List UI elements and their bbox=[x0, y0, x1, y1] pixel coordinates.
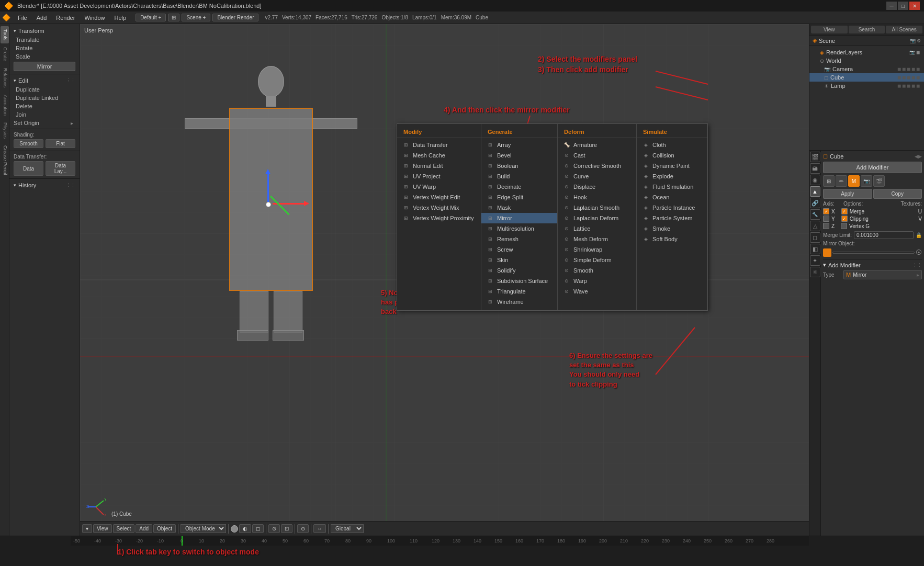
modifier-mesh-deform[interactable]: ⊙ Mesh Deform bbox=[558, 234, 636, 244]
translate-button[interactable]: Translate bbox=[9, 36, 80, 44]
add-modifier-button[interactable]: Add Modifier bbox=[823, 162, 922, 173]
orientation-selector[interactable]: Global Local Normal bbox=[331, 524, 364, 533]
modifier-soft-body[interactable]: ◈ Soft Body bbox=[637, 234, 707, 244]
merge-checkbox[interactable] bbox=[841, 208, 848, 214]
modifier-armature[interactable]: 🦴 Armature bbox=[558, 140, 636, 150]
modifier-solidify[interactable]: ⊞ Solidify bbox=[481, 265, 557, 276]
modifier-smoke[interactable]: ◈ Smoke bbox=[637, 223, 707, 234]
viewport-render-half[interactable]: ◐ bbox=[239, 524, 251, 533]
scale-button[interactable]: Scale bbox=[9, 52, 80, 61]
modifier-build[interactable]: ⊞ Build bbox=[481, 171, 557, 182]
prop-tab-physics[interactable]: ⚛ bbox=[810, 267, 820, 277]
modifier-shrinkwrap[interactable]: ⊙ Shrinkwrap bbox=[558, 244, 636, 255]
view-button[interactable]: View bbox=[93, 524, 112, 533]
menu-add[interactable]: Add bbox=[32, 14, 51, 22]
menu-help[interactable]: Help bbox=[110, 14, 131, 22]
prop-tab-render[interactable]: 🎬 bbox=[810, 152, 820, 162]
tree-camera[interactable]: 📷 Camera ◼ ◼ ◼ ◼ ◼ bbox=[809, 65, 924, 73]
modifier-hook[interactable]: ⊙ Hook bbox=[558, 192, 636, 202]
merge-limit-input[interactable]: 0.001000 bbox=[854, 231, 914, 239]
mod-m-btn[interactable]: M bbox=[848, 175, 860, 187]
modifier-mask[interactable]: ⊞ Mask bbox=[481, 202, 557, 213]
modifier-uv-project[interactable]: ⊞ UV Project bbox=[397, 171, 481, 182]
modifier-dynamic-paint[interactable]: ◈ Dynamic Paint bbox=[637, 161, 707, 171]
viewport-render-full[interactable]: ◻ bbox=[252, 524, 264, 533]
transform-section[interactable]: ▾ Transform bbox=[9, 26, 80, 36]
data-lay-button[interactable]: Data Lay... bbox=[46, 161, 75, 176]
close-button[interactable]: ✕ bbox=[909, 2, 920, 10]
modifier-laplacian-deform[interactable]: ⊙ Laplacian Deform bbox=[558, 213, 636, 223]
history-section[interactable]: ▾ History ⋮⋮ bbox=[9, 180, 80, 190]
modifier-data-transfer[interactable]: ⊞ Data Transfer bbox=[397, 140, 481, 150]
add-button[interactable]: Add bbox=[136, 524, 152, 533]
modifier-particle-system[interactable]: ◈ Particle System bbox=[637, 213, 707, 223]
scene-camera-btn[interactable]: 📷 bbox=[910, 38, 916, 43]
modifier-vertex-weight-mix[interactable]: ⊞ Vertex Weight Mix bbox=[397, 202, 481, 213]
modifier-simple-deform[interactable]: ⊙ Simple Deform bbox=[558, 255, 636, 265]
vtab-relations[interactable]: Relations bbox=[1, 65, 9, 91]
snap-element-button[interactable]: ⊡ bbox=[281, 524, 292, 533]
prop-tab-object[interactable]: ▲ bbox=[810, 186, 820, 197]
vtab-physics[interactable]: Physics bbox=[1, 119, 9, 142]
menu-window[interactable]: Window bbox=[80, 14, 109, 22]
modifier-explode[interactable]: ◈ Explode bbox=[637, 171, 707, 182]
modifier-wave[interactable]: ⊙ Wave bbox=[558, 286, 636, 297]
mirror-object-picker[interactable]: ⦿ bbox=[916, 249, 922, 256]
prop-tab-texture[interactable]: ◧ bbox=[810, 244, 820, 254]
prop-tab-world[interactable]: ◉ bbox=[810, 175, 820, 185]
all-scenes-tab[interactable]: All Scenes bbox=[886, 26, 922, 33]
prop-tab-material[interactable]: ◻ bbox=[810, 232, 820, 243]
delete-button[interactable]: Delete bbox=[9, 102, 80, 110]
modifier-warp[interactable]: ⊙ Warp bbox=[558, 276, 636, 286]
tree-render-layers[interactable]: ◈ RenderLayers 📷 ◼ bbox=[809, 48, 924, 56]
modifier-bevel[interactable]: ⊞ Bevel bbox=[481, 150, 557, 161]
modifier-mirror[interactable]: ⊞ Mirror bbox=[481, 213, 557, 223]
view-menu-button[interactable]: ▾ bbox=[82, 524, 92, 533]
mod-ren-btn[interactable]: 🎬 bbox=[873, 175, 885, 187]
modifier-curve[interactable]: ⊙ Curve bbox=[558, 171, 636, 182]
mode-selector[interactable]: Object Mode Edit Mode bbox=[181, 524, 226, 533]
modifier-lattice[interactable]: ⊙ Lattice bbox=[558, 223, 636, 234]
render-engine-selector[interactable]: Blender Render bbox=[212, 14, 258, 21]
z-axis-checkbox[interactable] bbox=[823, 223, 829, 229]
scene-selector[interactable]: Scene + bbox=[182, 14, 210, 21]
vtab-animation[interactable]: Animation bbox=[1, 92, 9, 119]
prop-tab-constraints[interactable]: 🔗 bbox=[810, 198, 820, 208]
modifier-wireframe[interactable]: ⊞ Wireframe bbox=[481, 297, 557, 307]
modifier-edge-split[interactable]: ⊞ Edge Split bbox=[481, 192, 557, 202]
modifier-type-selector[interactable]: M Mirror ▸ bbox=[843, 270, 922, 279]
select-button[interactable]: Select bbox=[113, 524, 135, 533]
y-axis-checkbox[interactable] bbox=[823, 216, 829, 222]
prop-tab-modifier[interactable]: 🔧 bbox=[810, 209, 820, 220]
mod-cam-btn[interactable]: 📷 bbox=[861, 175, 872, 187]
modifier-corrective-smooth[interactable]: ⊙ Corrective Smooth bbox=[558, 161, 636, 171]
tree-world[interactable]: ⊙ World bbox=[809, 56, 924, 65]
flat-shading-button[interactable]: Flat bbox=[46, 139, 75, 148]
viewport-render-dot[interactable] bbox=[231, 525, 238, 533]
vtab-tools[interactable]: Tools bbox=[1, 26, 9, 43]
modifier-displace[interactable]: ⊙ Displace bbox=[558, 182, 636, 192]
modifier-smooth[interactable]: ⊙ Smooth bbox=[558, 265, 636, 276]
scene-settings-btn[interactable]: ⚙ bbox=[917, 38, 921, 43]
search-tab[interactable]: Search bbox=[849, 26, 885, 33]
minimize-button[interactable]: ─ bbox=[886, 2, 897, 10]
vtab-grease-pencil[interactable]: Grease Pencil bbox=[1, 142, 9, 178]
mod-view-btn[interactable]: ⊞ bbox=[823, 175, 835, 187]
duplicate-button[interactable]: Duplicate bbox=[9, 85, 80, 94]
mod-edit-btn[interactable]: ✏ bbox=[836, 175, 847, 187]
maximize-button[interactable]: □ bbox=[898, 2, 908, 10]
modifier-fluid-simulation[interactable]: ◈ Fluid Simulation bbox=[637, 182, 707, 192]
modifier-collision[interactable]: ◈ Collision bbox=[637, 150, 707, 161]
duplicate-linked-button[interactable]: Duplicate Linked bbox=[9, 94, 80, 102]
apply-button[interactable]: Apply bbox=[823, 189, 872, 199]
view-tab[interactable]: View bbox=[811, 26, 848, 33]
menu-render[interactable]: Render bbox=[52, 14, 79, 22]
modifier-uv-warp[interactable]: ⊞ UV Warp bbox=[397, 182, 481, 192]
modifier-type-arrow[interactable]: ▸ bbox=[917, 272, 919, 278]
transform-manipulator-button[interactable]: ↔ bbox=[313, 524, 326, 533]
snap-button[interactable]: ⊙ bbox=[268, 524, 280, 533]
modifier-laplacian-smooth[interactable]: ⊙ Laplacian Smooth bbox=[558, 202, 636, 213]
viewport-area[interactable]: User Persp bbox=[80, 24, 809, 536]
modifier-cloth[interactable]: ◈ Cloth bbox=[637, 140, 707, 150]
vertex-g-checkbox[interactable] bbox=[841, 223, 847, 229]
